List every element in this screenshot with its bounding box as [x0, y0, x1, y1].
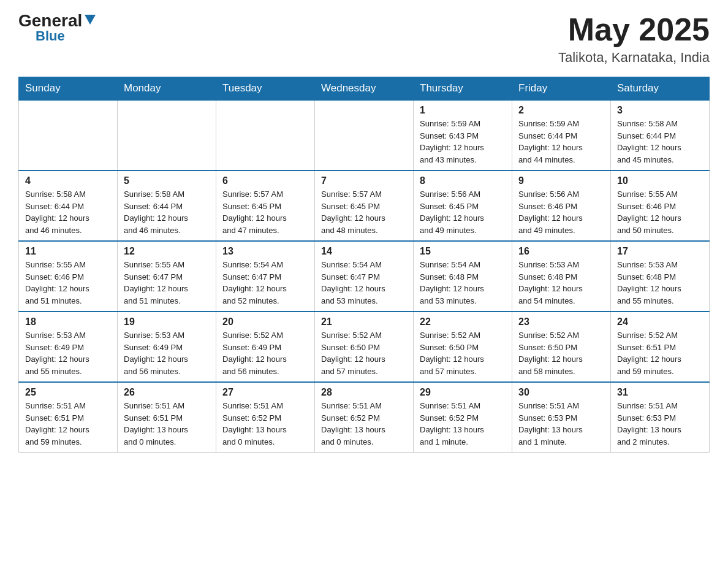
day-number: 31: [617, 387, 703, 398]
calendar-cell: [315, 100, 414, 170]
calendar-cell: 30Sunrise: 5:51 AM Sunset: 6:53 PM Dayli…: [512, 382, 611, 453]
calendar-cell: 8Sunrise: 5:56 AM Sunset: 6:45 PM Daylig…: [414, 170, 512, 241]
day-info: Sunrise: 5:52 AM Sunset: 6:51 PM Dayligh…: [617, 329, 703, 377]
calendar-cell: 20Sunrise: 5:52 AM Sunset: 6:49 PM Dayli…: [216, 312, 315, 382]
calendar-table: SundayMondayTuesdayWednesdayThursdayFrid…: [18, 77, 710, 453]
day-info: Sunrise: 5:53 AM Sunset: 6:49 PM Dayligh…: [25, 329, 111, 377]
calendar-week-row: 1Sunrise: 5:59 AM Sunset: 6:43 PM Daylig…: [19, 100, 710, 170]
calendar-cell: 28Sunrise: 5:51 AM Sunset: 6:52 PM Dayli…: [315, 382, 414, 453]
calendar-cell: 25Sunrise: 5:51 AM Sunset: 6:51 PM Dayli…: [19, 382, 118, 453]
day-number: 28: [321, 387, 407, 398]
day-info: Sunrise: 5:53 AM Sunset: 6:48 PM Dayligh…: [518, 259, 604, 307]
day-number: 24: [617, 316, 703, 327]
calendar-cell: 18Sunrise: 5:53 AM Sunset: 6:49 PM Dayli…: [19, 312, 118, 382]
day-info: Sunrise: 5:54 AM Sunset: 6:47 PM Dayligh…: [222, 259, 308, 307]
calendar-week-row: 11Sunrise: 5:55 AM Sunset: 6:46 PM Dayli…: [19, 241, 710, 312]
logo-blue-text: Blue: [36, 29, 65, 43]
calendar-cell: 10Sunrise: 5:55 AM Sunset: 6:46 PM Dayli…: [611, 170, 710, 241]
day-of-week-header: Tuesday: [216, 77, 315, 101]
page-header: General Blue May 2025 Talikota, Karnatak…: [18, 12, 710, 66]
day-number: 22: [420, 316, 506, 327]
day-number: 5: [124, 175, 210, 186]
calendar-cell: [118, 100, 216, 170]
day-of-week-header: Friday: [512, 77, 611, 101]
day-number: 4: [25, 175, 111, 186]
calendar-cell: 31Sunrise: 5:51 AM Sunset: 6:53 PM Dayli…: [611, 382, 710, 453]
calendar-cell: [19, 100, 118, 170]
day-number: 13: [222, 246, 308, 257]
day-number: 23: [518, 316, 604, 327]
calendar-cell: 19Sunrise: 5:53 AM Sunset: 6:49 PM Dayli…: [118, 312, 216, 382]
day-number: 15: [420, 246, 506, 257]
day-number: 16: [518, 246, 604, 257]
calendar-week-row: 25Sunrise: 5:51 AM Sunset: 6:51 PM Dayli…: [19, 382, 710, 453]
day-info: Sunrise: 5:52 AM Sunset: 6:50 PM Dayligh…: [518, 329, 604, 377]
day-number: 27: [222, 387, 308, 398]
day-info: Sunrise: 5:56 AM Sunset: 6:46 PM Dayligh…: [518, 188, 604, 236]
calendar-cell: 14Sunrise: 5:54 AM Sunset: 6:47 PM Dayli…: [315, 241, 414, 312]
day-info: Sunrise: 5:57 AM Sunset: 6:45 PM Dayligh…: [321, 188, 407, 236]
calendar-week-row: 4Sunrise: 5:58 AM Sunset: 6:44 PM Daylig…: [19, 170, 710, 241]
day-info: Sunrise: 5:51 AM Sunset: 6:53 PM Dayligh…: [617, 400, 703, 448]
calendar-cell: 11Sunrise: 5:55 AM Sunset: 6:46 PM Dayli…: [19, 241, 118, 312]
logo: General Blue: [18, 12, 96, 43]
calendar-cell: 26Sunrise: 5:51 AM Sunset: 6:51 PM Dayli…: [118, 382, 216, 453]
calendar-cell: 16Sunrise: 5:53 AM Sunset: 6:48 PM Dayli…: [512, 241, 611, 312]
day-info: Sunrise: 5:55 AM Sunset: 6:46 PM Dayligh…: [25, 259, 111, 307]
day-info: Sunrise: 5:56 AM Sunset: 6:45 PM Dayligh…: [420, 188, 506, 236]
day-info: Sunrise: 5:58 AM Sunset: 6:44 PM Dayligh…: [617, 118, 703, 166]
calendar-cell: 7Sunrise: 5:57 AM Sunset: 6:45 PM Daylig…: [315, 170, 414, 241]
calendar-cell: 15Sunrise: 5:54 AM Sunset: 6:48 PM Dayli…: [414, 241, 512, 312]
day-number: 21: [321, 316, 407, 327]
calendar-cell: 5Sunrise: 5:58 AM Sunset: 6:44 PM Daylig…: [118, 170, 216, 241]
day-of-week-header: Sunday: [19, 77, 118, 101]
logo-general-text: General: [18, 12, 82, 29]
day-number: 7: [321, 175, 407, 186]
day-number: 10: [617, 175, 703, 186]
calendar-cell: 22Sunrise: 5:52 AM Sunset: 6:50 PM Dayli…: [414, 312, 512, 382]
day-info: Sunrise: 5:52 AM Sunset: 6:50 PM Dayligh…: [321, 329, 407, 377]
day-info: Sunrise: 5:59 AM Sunset: 6:43 PM Dayligh…: [420, 118, 506, 166]
calendar-cell: 3Sunrise: 5:58 AM Sunset: 6:44 PM Daylig…: [611, 100, 710, 170]
day-number: 26: [124, 387, 210, 398]
day-of-week-header: Wednesday: [315, 77, 414, 101]
day-info: Sunrise: 5:55 AM Sunset: 6:47 PM Dayligh…: [124, 259, 210, 307]
title-area: May 2025 Talikota, Karnataka, India: [558, 12, 710, 66]
day-info: Sunrise: 5:51 AM Sunset: 6:52 PM Dayligh…: [321, 400, 407, 448]
day-info: Sunrise: 5:52 AM Sunset: 6:49 PM Dayligh…: [222, 329, 308, 377]
calendar-cell: 2Sunrise: 5:59 AM Sunset: 6:44 PM Daylig…: [512, 100, 611, 170]
calendar-cell: 1Sunrise: 5:59 AM Sunset: 6:43 PM Daylig…: [414, 100, 512, 170]
day-number: 2: [518, 105, 604, 116]
day-number: 11: [25, 246, 111, 257]
day-number: 25: [25, 387, 111, 398]
calendar-cell: 12Sunrise: 5:55 AM Sunset: 6:47 PM Dayli…: [118, 241, 216, 312]
day-info: Sunrise: 5:57 AM Sunset: 6:45 PM Dayligh…: [222, 188, 308, 236]
day-info: Sunrise: 5:53 AM Sunset: 6:49 PM Dayligh…: [124, 329, 210, 377]
day-number: 1: [420, 105, 506, 116]
calendar-cell: 23Sunrise: 5:52 AM Sunset: 6:50 PM Dayli…: [512, 312, 611, 382]
day-info: Sunrise: 5:51 AM Sunset: 6:52 PM Dayligh…: [420, 400, 506, 448]
calendar-cell: 24Sunrise: 5:52 AM Sunset: 6:51 PM Dayli…: [611, 312, 710, 382]
calendar-cell: 29Sunrise: 5:51 AM Sunset: 6:52 PM Dayli…: [414, 382, 512, 453]
day-info: Sunrise: 5:51 AM Sunset: 6:51 PM Dayligh…: [124, 400, 210, 448]
calendar-cell: 13Sunrise: 5:54 AM Sunset: 6:47 PM Dayli…: [216, 241, 315, 312]
day-info: Sunrise: 5:52 AM Sunset: 6:50 PM Dayligh…: [420, 329, 506, 377]
day-of-week-header: Monday: [118, 77, 216, 101]
calendar-cell: 6Sunrise: 5:57 AM Sunset: 6:45 PM Daylig…: [216, 170, 315, 241]
day-info: Sunrise: 5:59 AM Sunset: 6:44 PM Dayligh…: [518, 118, 604, 166]
day-number: 8: [420, 175, 506, 186]
day-info: Sunrise: 5:58 AM Sunset: 6:44 PM Dayligh…: [124, 188, 210, 236]
day-info: Sunrise: 5:54 AM Sunset: 6:47 PM Dayligh…: [321, 259, 407, 307]
day-number: 14: [321, 246, 407, 257]
day-number: 29: [420, 387, 506, 398]
calendar-cell: 9Sunrise: 5:56 AM Sunset: 6:46 PM Daylig…: [512, 170, 611, 241]
day-number: 12: [124, 246, 210, 257]
day-number: 30: [518, 387, 604, 398]
day-info: Sunrise: 5:53 AM Sunset: 6:48 PM Dayligh…: [617, 259, 703, 307]
calendar-header-row: SundayMondayTuesdayWednesdayThursdayFrid…: [19, 77, 710, 101]
day-info: Sunrise: 5:51 AM Sunset: 6:51 PM Dayligh…: [25, 400, 111, 448]
calendar-cell: 17Sunrise: 5:53 AM Sunset: 6:48 PM Dayli…: [611, 241, 710, 312]
day-number: 3: [617, 105, 703, 116]
day-of-week-header: Thursday: [414, 77, 512, 101]
calendar-cell: 27Sunrise: 5:51 AM Sunset: 6:52 PM Dayli…: [216, 382, 315, 453]
